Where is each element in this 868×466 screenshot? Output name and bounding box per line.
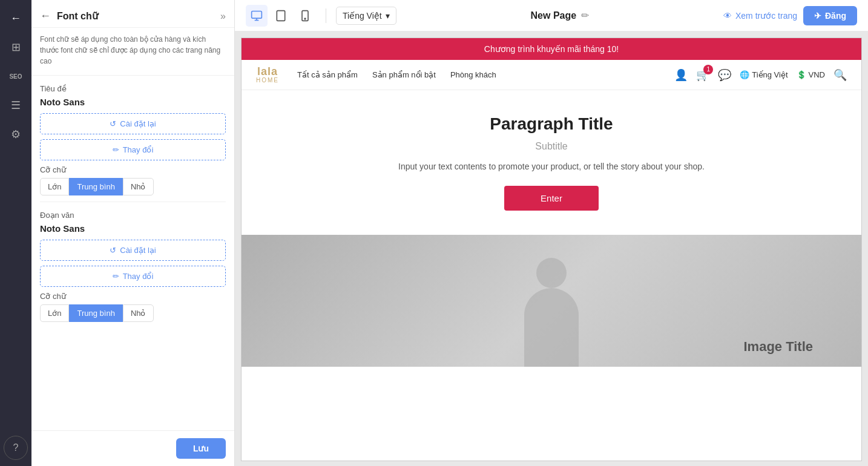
headline-change-button[interactable]: ✏ Thay đổi xyxy=(40,139,226,160)
tablet-device-button[interactable] xyxy=(270,5,292,27)
paragraph-change-button[interactable]: ✏ Thay đổi xyxy=(40,266,226,287)
top-bar-actions: 👁 Xem trước trang ✈ Đăng xyxy=(723,6,857,25)
seo-icon[interactable]: SEO xyxy=(4,64,28,88)
back-nav-icon[interactable]: ← xyxy=(4,6,28,30)
image-section: Image Title xyxy=(242,235,861,367)
preview-button[interactable]: 👁 Xem trước trang xyxy=(723,11,797,21)
layers-icon[interactable]: ☰ xyxy=(4,93,28,117)
hero-title: Paragraph Title xyxy=(256,114,847,134)
paragraph-label: Đoạn văn xyxy=(40,211,226,220)
language-nav-item[interactable]: 🌐 Tiếng Việt xyxy=(740,70,787,79)
paragraph-section: Đoạn văn Noto Sans ↺ Cài đặt lại ✏ Thay … xyxy=(31,202,234,328)
layout-icon[interactable]: ⊞ xyxy=(4,35,28,59)
page-canvas: Chương trình khuyến mãi tháng 10! lala h… xyxy=(241,38,862,461)
language-selector[interactable]: Tiếng Việt ▾ xyxy=(336,7,396,25)
icon-sidebar: ← ⊞ SEO ☰ ⚙ ? xyxy=(0,0,31,466)
top-bar-divider xyxy=(326,8,326,23)
person-head-silhouette xyxy=(536,258,567,288)
headline-section: Tiêu đề Noto Sans ↺ Cài đặt lại ✏ Thay đ… xyxy=(31,76,234,202)
page-title: New Page xyxy=(531,10,577,21)
main-area: Tiếng Việt ▾ New Page ✏ 👁 Xem trước tran… xyxy=(235,0,868,466)
announcement-bar: Chương trình khuyến mãi tháng 10! xyxy=(242,38,861,60)
cart-badge: 1 xyxy=(703,65,713,74)
headline-size-small[interactable]: Nhỏ xyxy=(123,178,154,195)
nav-link-featured[interactable]: Sản phẩm nổi bật xyxy=(372,70,436,79)
nav-links: Tất cả sản phẩm Sản phẩm nổi bật Phòng k… xyxy=(297,70,674,79)
chevron-down-icon: ▾ xyxy=(386,11,390,21)
page-title-edit-icon[interactable]: ✏ xyxy=(581,10,589,21)
hero-cta-button[interactable]: Enter xyxy=(504,186,599,211)
hero-section: Paragraph Title Subtitle Input your text… xyxy=(242,90,861,235)
svg-rect-3 xyxy=(277,10,284,21)
reset-icon-2: ↺ xyxy=(110,246,116,255)
logo-text-lala: lala xyxy=(257,66,278,77)
page-title-area: New Page ✏ xyxy=(404,10,716,21)
paragraph-size-medium[interactable]: Trung bình xyxy=(69,304,122,322)
device-selector xyxy=(246,5,316,27)
headline-reset-button[interactable]: ↺ Cài đặt lại xyxy=(40,113,226,134)
search-icon[interactable]: 🔍 xyxy=(833,68,847,82)
store-nav: lala home Tất cả sản phẩm Sản phẩm nổi b… xyxy=(242,60,861,90)
paragraph-size-small[interactable]: Nhỏ xyxy=(123,304,154,322)
person-silhouette xyxy=(524,288,579,367)
publish-icon: ✈ xyxy=(814,11,821,21)
image-title-overlay: Image Title xyxy=(743,339,813,355)
panel-description: Font chữ sẽ áp dụng cho toàn bộ cửa hàng… xyxy=(31,28,234,76)
headline-label: Tiêu đề xyxy=(40,84,226,93)
paragraph-reset-button[interactable]: ↺ Cài đặt lại xyxy=(40,240,226,261)
edit-icon: ✏ xyxy=(113,145,119,154)
reset-icon: ↺ xyxy=(110,119,116,128)
language-label: Tiếng Việt xyxy=(343,11,382,21)
paragraph-font-name: Noto Sans xyxy=(40,223,226,234)
headline-size-group: Lớn Trung bình Nhỏ xyxy=(40,178,226,195)
chat-icon[interactable]: 💬 xyxy=(718,68,731,82)
help-icon[interactable]: ? xyxy=(4,436,28,460)
headline-size-label: Cỡ chữ xyxy=(40,165,226,174)
store-logo: lala home xyxy=(256,66,279,84)
settings-icon[interactable]: ⚙ xyxy=(4,122,28,146)
desktop-device-button[interactable] xyxy=(246,5,268,27)
panel-back-button[interactable]: ← xyxy=(40,10,51,22)
cart-icon-wrapper[interactable]: 🛒 1 xyxy=(696,68,709,82)
eye-icon: 👁 xyxy=(723,11,732,21)
currency-nav-item[interactable]: 💲 VND xyxy=(797,70,825,79)
headline-size-large[interactable]: Lớn xyxy=(40,178,69,195)
publish-button[interactable]: ✈ Đăng xyxy=(803,6,857,25)
panel-header: ← Font chữ » xyxy=(31,0,234,28)
svg-rect-0 xyxy=(252,11,262,18)
headline-size-medium[interactable]: Trung bình xyxy=(69,178,122,195)
paragraph-size-label: Cỡ chữ xyxy=(40,292,226,301)
nav-link-living[interactable]: Phòng khách xyxy=(450,70,496,79)
top-bar: Tiếng Việt ▾ New Page ✏ 👁 Xem trước tran… xyxy=(235,0,868,31)
user-icon[interactable]: 👤 xyxy=(674,68,688,82)
font-panel: ← Font chữ » Font chữ sẽ áp dụng cho toà… xyxy=(31,0,235,466)
nav-link-all-products[interactable]: Tất cả sản phẩm xyxy=(297,70,358,79)
panel-collapse-button[interactable]: » xyxy=(220,11,226,22)
panel-title: Font chữ xyxy=(57,10,215,22)
paragraph-size-group: Lớn Trung bình Nhỏ xyxy=(40,304,226,322)
panel-footer: Lưu xyxy=(31,430,234,466)
hero-subtitle: Subtitle xyxy=(256,141,847,152)
save-button[interactable]: Lưu xyxy=(176,438,226,459)
canvas-area: Chương trình khuyến mãi tháng 10! lala h… xyxy=(235,31,868,466)
paragraph-size-large[interactable]: Lớn xyxy=(40,304,69,322)
svg-point-6 xyxy=(304,18,306,19)
nav-actions: 👤 🛒 1 💬 🌐 Tiếng Việt 💲 VND 🔍 xyxy=(674,68,847,82)
hero-body-text: Input your text contents to promote your… xyxy=(370,162,733,171)
logo-text-home: home xyxy=(256,77,279,84)
headline-font-name: Noto Sans xyxy=(40,97,226,107)
edit-icon-2: ✏ xyxy=(113,272,119,281)
mobile-device-button[interactable] xyxy=(294,5,316,27)
